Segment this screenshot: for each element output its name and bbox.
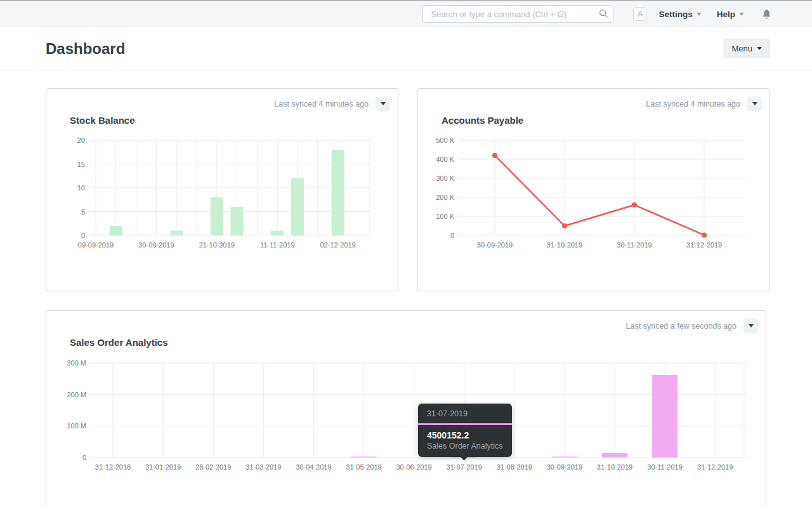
avatar[interactable]: A — [633, 7, 647, 21]
notifications-bell-icon[interactable] — [762, 9, 771, 19]
x-axis-label: 02-12-2019 — [320, 241, 355, 249]
x-axis-label: 31-07-2019 — [447, 463, 482, 471]
chart-menu-button[interactable] — [747, 96, 762, 111]
y-axis-label: 20 — [77, 136, 85, 144]
bar[interactable] — [332, 150, 344, 235]
chart-title: Accounts Payable — [442, 115, 523, 126]
bar[interactable] — [110, 226, 122, 235]
x-axis-label: 30-11-2019 — [647, 463, 682, 471]
x-axis-label: 31-05-2019 — [346, 463, 381, 471]
x-axis-label: 31-03-2019 — [246, 463, 281, 471]
y-axis-label: 100 K — [436, 213, 454, 220]
y-axis-label: 0 — [82, 454, 86, 461]
chart-menu-button[interactable] — [743, 319, 758, 333]
bar[interactable] — [552, 457, 577, 458]
x-axis-label: 30-11-2019 — [617, 241, 652, 249]
chart-tooltip: 31-07-2019 4500152.2 Sales Order Analyti… — [418, 404, 512, 457]
chevron-down-icon — [739, 13, 744, 16]
y-axis-label: 500 K — [436, 136, 454, 144]
menu-button-label: Menu — [731, 44, 752, 53]
last-synced-text: Last synced 4 minutes ago — [646, 100, 740, 109]
page-head: Dashboard Menu — [0, 27, 812, 70]
line-path — [495, 155, 704, 235]
chevron-down-icon — [749, 324, 754, 327]
x-axis-label: 30-09-2019 — [547, 463, 582, 471]
chart-card-accounts-payable: Last synced 4 minutes ago Accounts Payab… — [417, 88, 770, 291]
x-axis-label: 31-08-2019 — [497, 463, 532, 471]
x-axis-label: 30-04-2019 — [296, 463, 331, 471]
x-axis-label: 31-01-2019 — [145, 463, 181, 471]
x-axis-label: 21-10-2019 — [199, 241, 235, 249]
x-axis-label: 31-12-2019 — [697, 463, 733, 471]
navbar: A Settings Help — [0, 1, 812, 27]
data-point[interactable] — [632, 202, 637, 207]
y-axis-label: 200 M — [67, 391, 86, 398]
y-axis-label: 400 K — [436, 155, 454, 163]
chart-title: Sales Order Analytics — [70, 337, 168, 348]
tooltip-date: 31-07-2019 — [418, 404, 512, 423]
x-axis-label: 31-10-2019 — [547, 241, 582, 249]
x-axis-label: 30-06-2019 — [396, 463, 431, 471]
bar[interactable] — [170, 231, 183, 236]
y-axis-label: 5 — [81, 208, 85, 216]
x-axis-label: 28-02-2019 — [195, 463, 231, 471]
y-axis-label: 200 K — [436, 194, 454, 201]
stock-balance-chart[interactable]: 0510152009-09-201930-09-201921-10-201911… — [59, 131, 392, 255]
data-point[interactable] — [562, 223, 567, 228]
data-point[interactable] — [492, 153, 497, 158]
help-menu[interactable]: Help — [717, 10, 744, 19]
menu-button[interactable]: Menu — [723, 39, 770, 58]
bar[interactable] — [271, 231, 284, 236]
dashboard-body: Last synced 4 minutes ago Stock Balance … — [0, 70, 812, 507]
page-title: Dashboard — [46, 40, 723, 58]
chart-title: Stock Balance — [70, 115, 135, 126]
bar[interactable] — [652, 375, 678, 458]
accounts-payable-chart[interactable]: 0100 K200 K300 K400 K500 K30-09-201931-1… — [431, 131, 764, 255]
data-point[interactable] — [702, 232, 707, 237]
last-synced-text: Last synced a few seconds ago — [626, 322, 737, 331]
y-axis-label: 15 — [77, 161, 85, 168]
x-axis-label: 09-09-2019 — [78, 241, 114, 249]
x-axis-label: 31-12-2018 — [95, 463, 131, 471]
help-menu-label: Help — [717, 10, 735, 19]
chart-card-sales-order-analytics: Last synced a few seconds ago Sales Orde… — [46, 310, 766, 507]
bar[interactable] — [211, 197, 223, 235]
y-axis-label: 100 M — [67, 422, 86, 430]
y-axis-label: 0 — [81, 232, 85, 239]
tooltip-series-label: Sales Order Analytics — [418, 441, 512, 457]
chevron-down-icon — [697, 13, 702, 16]
y-axis-label: 300 M — [67, 359, 86, 367]
sales-order-analytics-chart[interactable]: 0100 M200 M300 M31-12-201831-01-201928-0… — [59, 353, 763, 480]
x-axis-label: 30-09-2019 — [477, 241, 513, 249]
tooltip-value: 4500152.2 — [418, 425, 512, 441]
x-axis-label: 31-10-2019 — [597, 463, 632, 471]
settings-menu[interactable]: Settings — [658, 10, 701, 19]
settings-menu-label: Settings — [658, 10, 692, 19]
search-icon[interactable] — [599, 9, 608, 21]
x-axis-label: 30-09-2019 — [138, 241, 174, 249]
y-axis-label: 0 — [450, 232, 454, 239]
bar[interactable] — [231, 207, 244, 235]
x-axis-label: 31-12-2019 — [686, 241, 722, 249]
chevron-down-icon — [381, 102, 386, 105]
chart-card-stock-balance: Last synced 4 minutes ago Stock Balance … — [46, 88, 398, 291]
last-synced-text: Last synced 4 minutes ago — [274, 100, 369, 109]
global-search — [422, 5, 614, 23]
y-axis-label: 10 — [77, 184, 85, 192]
chevron-down-icon — [757, 47, 762, 50]
chevron-down-icon — [752, 102, 757, 105]
bar[interactable] — [602, 453, 627, 458]
y-axis-label: 300 K — [436, 174, 454, 182]
x-axis-label: 11-11-2019 — [260, 241, 295, 249]
chart-menu-button[interactable] — [376, 96, 390, 111]
search-input[interactable] — [422, 5, 614, 23]
bar[interactable] — [351, 457, 377, 458]
bar[interactable] — [291, 178, 304, 235]
